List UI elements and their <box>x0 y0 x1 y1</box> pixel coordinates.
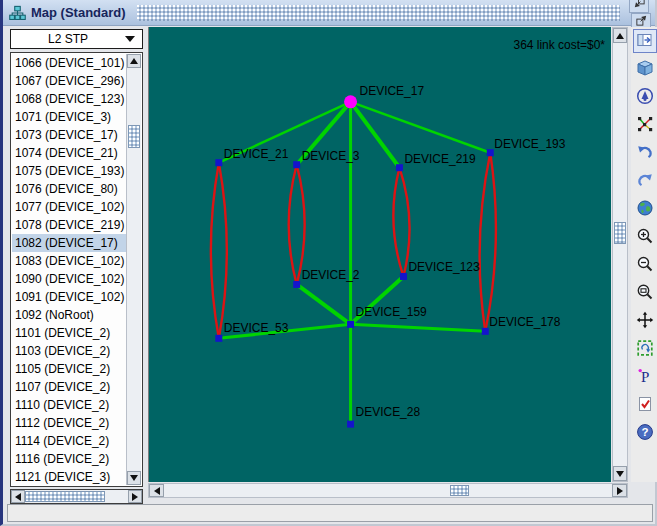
device-node[interactable] <box>293 161 300 168</box>
list-item[interactable]: 1076 (DEVICE_80) <box>12 180 126 198</box>
device-node[interactable] <box>347 421 354 428</box>
list-item[interactable]: 1090 (DEVICE_102) <box>12 270 126 288</box>
list-item[interactable]: 1082 (DEVICE_17) <box>12 234 126 252</box>
map-vscroll-thumb[interactable] <box>614 222 626 244</box>
list-scroll-left-button[interactable] <box>11 490 25 503</box>
list-item[interactable]: 1066 (DEVICE_101) <box>12 54 126 72</box>
device-list-items: 1066 (DEVICE_101)1067 (DEVICE_296)1068 (… <box>12 54 126 485</box>
map-type-select[interactable]: L2 STP <box>10 29 143 49</box>
zoom-in-button[interactable] <box>633 225 657 249</box>
help-button[interactable]: ? <box>633 421 657 445</box>
node-label: DEVICE_193 <box>494 137 566 151</box>
list-item[interactable]: 1110 (DEVICE_2) <box>12 396 126 414</box>
help-icon: ? <box>636 423 654 444</box>
world-view-button[interactable] <box>633 197 657 221</box>
device-node[interactable] <box>215 159 222 166</box>
list-item[interactable]: 1103 (DEVICE_2) <box>12 342 126 360</box>
link-blocked[interactable] <box>480 153 491 332</box>
link-blocked[interactable] <box>211 163 219 339</box>
list-item[interactable]: 1107 (DEVICE_2) <box>12 378 126 396</box>
list-hscroll-thumb[interactable] <box>25 491 105 502</box>
down-arrow-icon <box>616 471 624 477</box>
list-scroll-right-button[interactable] <box>128 490 142 503</box>
minimize-button[interactable] <box>629 0 649 13</box>
link-blocked[interactable] <box>485 153 496 332</box>
down-arrow-icon <box>130 475 138 481</box>
list-vertical-scrollbar[interactable] <box>126 54 141 485</box>
list-item[interactable]: 1075 (DEVICE_193) <box>12 162 126 180</box>
network-map-icon <box>9 5 26 21</box>
device-node[interactable] <box>215 335 222 342</box>
svg-text:?: ? <box>641 426 648 438</box>
pan-button[interactable] <box>633 309 657 333</box>
list-item[interactable]: 1114 (DEVICE_2) <box>12 432 126 450</box>
list-item[interactable]: 1092 (NoRoot) <box>12 306 126 324</box>
map-scroll-left-button[interactable] <box>149 484 164 497</box>
device-node[interactable] <box>487 149 494 156</box>
left-arrow-icon <box>154 487 160 495</box>
undo-button[interactable] <box>633 141 657 165</box>
link-blocked[interactable] <box>289 165 297 285</box>
window-titlebar[interactable]: Map (Standard) <box>3 0 655 26</box>
node-label: DEVICE_21 <box>224 147 289 161</box>
device-node[interactable] <box>293 281 300 288</box>
list-item[interactable]: 1068 (DEVICE_123) <box>12 90 126 108</box>
list-item[interactable]: 1112 (DEVICE_2) <box>12 414 126 432</box>
list-item[interactable]: 1116 (DEVICE_2) <box>12 450 126 468</box>
zoom-out-button[interactable] <box>633 253 657 277</box>
node-label: DEVICE_123 <box>408 260 480 274</box>
map-horizontal-scrollbar[interactable] <box>148 483 628 498</box>
list-item[interactable]: 1074 (DEVICE_21) <box>12 144 126 162</box>
node-label: DEVICE_2 <box>302 268 360 282</box>
toolbar: P? <box>631 27 657 482</box>
list-item[interactable]: 1067 (DEVICE_296) <box>12 72 126 90</box>
relayout-button[interactable] <box>633 113 657 137</box>
list-item[interactable]: 1071 (DEVICE_3) <box>12 108 126 126</box>
root-node[interactable] <box>344 95 357 108</box>
list-item[interactable]: 1077 (DEVICE_102) <box>12 198 126 216</box>
map-canvas[interactable]: 364 link cost=$0* DEVICE_17DEVICE_21DEVI… <box>148 27 611 482</box>
map-scroll-right-button[interactable] <box>612 484 627 497</box>
device-node[interactable] <box>396 164 403 171</box>
list-scroll-down-button[interactable] <box>127 471 141 485</box>
link-blocked[interactable] <box>393 168 403 277</box>
list-item[interactable]: 1101 (DEVICE_2) <box>12 324 126 342</box>
node-label: DEVICE_17 <box>360 84 425 98</box>
map-hscroll-thumb[interactable] <box>450 485 469 496</box>
link-blocked[interactable] <box>297 165 305 285</box>
link-forwarding[interactable] <box>351 324 486 331</box>
link-blocked[interactable] <box>219 163 227 339</box>
list-item[interactable]: 1078 (DEVICE_219) <box>12 216 126 234</box>
topology-svg[interactable]: 364 link cost=$0* DEVICE_17DEVICE_21DEVI… <box>149 27 611 482</box>
list-horizontal-scrollbar[interactable] <box>10 489 143 504</box>
node-label: DEVICE_3 <box>302 149 360 163</box>
select-region-button[interactable] <box>633 337 657 361</box>
map-scroll-down-button[interactable] <box>613 466 627 481</box>
compass-circle-icon <box>636 87 654 108</box>
list-vscroll-thumb[interactable] <box>128 125 140 148</box>
status-bar <box>7 504 653 522</box>
map-vertical-scrollbar[interactable] <box>612 27 628 482</box>
overview-button[interactable] <box>633 85 657 109</box>
map-scroll-up-button[interactable] <box>613 28 627 43</box>
device-node[interactable] <box>347 321 354 328</box>
list-item[interactable]: 1091 (DEVICE_102) <box>12 288 126 306</box>
window-buttons <box>629 0 651 31</box>
map-type-value: L2 STP <box>11 32 125 46</box>
list-item[interactable]: 1073 (DEVICE_17) <box>12 126 126 144</box>
list-scroll-up-button[interactable] <box>127 54 141 68</box>
list-item[interactable]: 1105 (DEVICE_2) <box>12 360 126 378</box>
zoom-area-button[interactable] <box>633 281 657 305</box>
redo-button[interactable] <box>633 169 657 193</box>
list-item[interactable]: 1083 (DEVICE_102) <box>12 252 126 270</box>
undo-arrow-icon <box>636 143 654 164</box>
list-item[interactable]: 1121 (DEVICE_3) <box>12 468 126 485</box>
device-node[interactable] <box>482 328 489 335</box>
toggle-panel-button[interactable] <box>633 29 657 53</box>
link-forwarding[interactable] <box>297 284 351 324</box>
print-button[interactable]: P <box>633 365 657 389</box>
package-view-button[interactable] <box>633 57 657 81</box>
right-arrow-icon <box>617 487 623 495</box>
device-node[interactable] <box>400 273 407 280</box>
validate-button[interactable] <box>633 393 657 417</box>
